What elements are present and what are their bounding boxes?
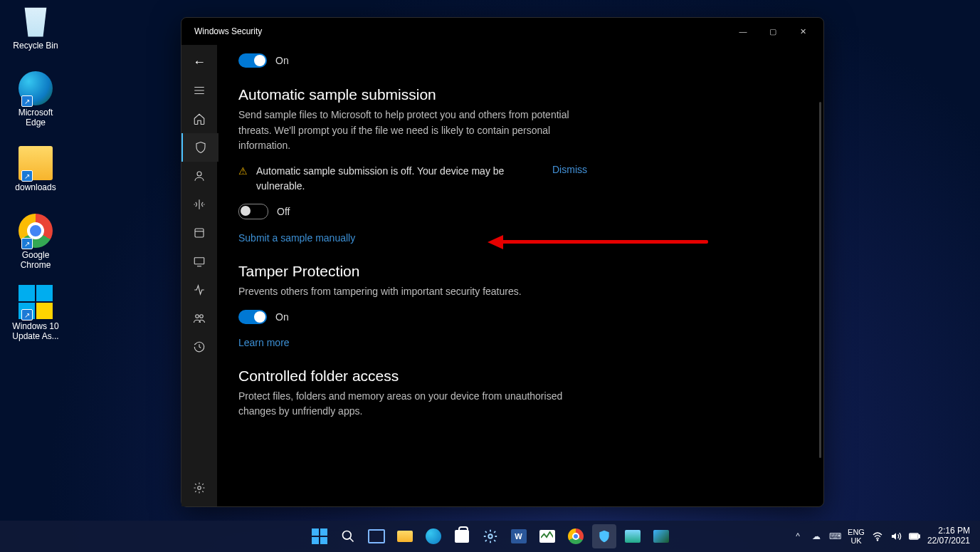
taskbar-center: W: [307, 524, 673, 548]
wifi-icon[interactable]: [872, 531, 883, 542]
window-title: Windows Security: [187, 26, 728, 36]
app-browser-icon[interactable]: [181, 219, 217, 247]
maximize-button[interactable]: ▢: [758, 21, 788, 42]
onedrive-icon[interactable]: ☁: [811, 531, 822, 542]
icon-label: Windows 10 Update As...: [7, 321, 64, 341]
home-icon[interactable]: [181, 105, 217, 133]
settings-icon[interactable]: [181, 474, 217, 502]
desktop-icon-recycle-bin[interactable]: Recycle Bin: [7, 4, 64, 51]
protection-history-icon[interactable]: [181, 333, 217, 361]
desktop-icon-downloads[interactable]: ↗ downloads: [7, 146, 64, 192]
search-icon[interactable]: [336, 524, 360, 548]
tamper-protection-toggle[interactable]: [238, 310, 267, 324]
clock[interactable]: 2:16 PM 22/07/2021: [927, 526, 970, 546]
close-button[interactable]: ✕: [788, 21, 818, 42]
svg-rect-10: [919, 535, 920, 538]
edge-taskbar-icon[interactable]: [421, 524, 446, 548]
hamburger-icon[interactable]: [181, 76, 217, 105]
account-icon[interactable]: [181, 162, 217, 190]
family-icon[interactable]: [181, 304, 217, 333]
taskbar: W ^ ☁ ⌨ ENG UK 2:16 PM 22/07/2021: [0, 521, 980, 552]
section-description: Send sample files to Microsoft to help p…: [238, 108, 587, 154]
scrollbar[interactable]: [819, 102, 821, 458]
date-text: 22/07/2021: [927, 536, 970, 546]
desktop-icon-chrome[interactable]: ↗ Google Chrome: [7, 214, 64, 270]
toggle-label: On: [275, 311, 289, 323]
keyboard-icon[interactable]: ⌨: [829, 531, 841, 542]
section-description: Prevents others from tampering with impo…: [238, 284, 587, 300]
warning-icon: ⚠: [238, 165, 248, 177]
minimize-button[interactable]: —: [728, 21, 758, 42]
battery-icon[interactable]: [909, 531, 920, 542]
sidebar: ←: [181, 45, 217, 506]
store-icon[interactable]: [450, 524, 474, 548]
heading-controlled-folder-access: Controlled folder access: [238, 368, 802, 385]
icon-label: downloads: [7, 182, 64, 192]
icon-label: Recycle Bin: [7, 41, 64, 51]
back-button[interactable]: ←: [181, 48, 217, 76]
svg-rect-2: [194, 258, 204, 264]
app-icon[interactable]: [621, 524, 645, 548]
content-pane: On Automatic sample submission Send samp…: [217, 45, 823, 506]
system-tray: ^ ☁ ⌨ ENG UK 2:16 PM 22/07/2021: [792, 526, 980, 546]
svg-point-8: [877, 540, 878, 541]
chrome-taskbar-icon[interactable]: [564, 524, 588, 548]
volume-icon[interactable]: [890, 531, 902, 542]
sample-submission-toggle[interactable]: [238, 204, 268, 219]
svg-point-5: [198, 486, 201, 490]
heading-automatic-sample-submission: Automatic sample submission: [238, 86, 802, 103]
svg-rect-11: [910, 534, 917, 538]
section-description: Protect files, folders and memory areas …: [238, 389, 587, 420]
photos-icon[interactable]: [649, 524, 673, 548]
file-explorer-icon[interactable]: [393, 524, 417, 548]
device-performance-icon[interactable]: [181, 276, 217, 304]
svg-point-6: [342, 531, 351, 540]
windows-security-taskbar-icon[interactable]: [592, 524, 616, 548]
desktop-icon-windows-update[interactable]: ↗ Windows 10 Update As...: [7, 285, 64, 341]
warning-row: ⚠ Automatic sample submission is off. Yo…: [238, 164, 587, 194]
warning-text: Automatic sample submission is off. Your…: [256, 164, 538, 194]
task-view-icon[interactable]: [364, 524, 389, 548]
titlebar: Windows Security — ▢ ✕: [181, 18, 823, 45]
tray-chevron-icon[interactable]: ^: [792, 531, 804, 542]
svg-point-4: [200, 315, 204, 318]
submit-sample-link[interactable]: Submit a sample manually: [238, 232, 355, 244]
word-icon[interactable]: W: [507, 524, 531, 548]
icon-label: Google Chrome: [7, 250, 64, 270]
device-security-icon[interactable]: [181, 247, 217, 276]
settings-taskbar-icon[interactable]: [478, 524, 502, 548]
shield-icon[interactable]: [181, 133, 218, 162]
learn-more-link[interactable]: Learn more: [238, 337, 290, 348]
start-button[interactable]: [307, 524, 332, 548]
svg-point-0: [197, 172, 201, 176]
heading-tamper-protection: Tamper Protection: [238, 263, 802, 280]
language-indicator[interactable]: ENG UK: [848, 528, 865, 545]
svg-point-3: [196, 315, 199, 318]
cloud-protection-toggle[interactable]: [238, 53, 267, 68]
svg-point-7: [488, 534, 492, 538]
desktop-icon-edge[interactable]: ↗ Microsoft Edge: [7, 71, 64, 127]
icon-label: Microsoft Edge: [7, 108, 64, 127]
task-manager-icon[interactable]: [535, 524, 559, 548]
windows-security-window: Windows Security — ▢ ✕ ← On: [181, 17, 824, 507]
dismiss-link[interactable]: Dismiss: [552, 164, 587, 175]
firewall-icon[interactable]: [181, 190, 217, 219]
time-text: 2:16 PM: [927, 526, 970, 536]
svg-rect-1: [195, 229, 204, 237]
toggle-label: On: [275, 55, 289, 66]
toggle-label: Off: [277, 206, 290, 217]
